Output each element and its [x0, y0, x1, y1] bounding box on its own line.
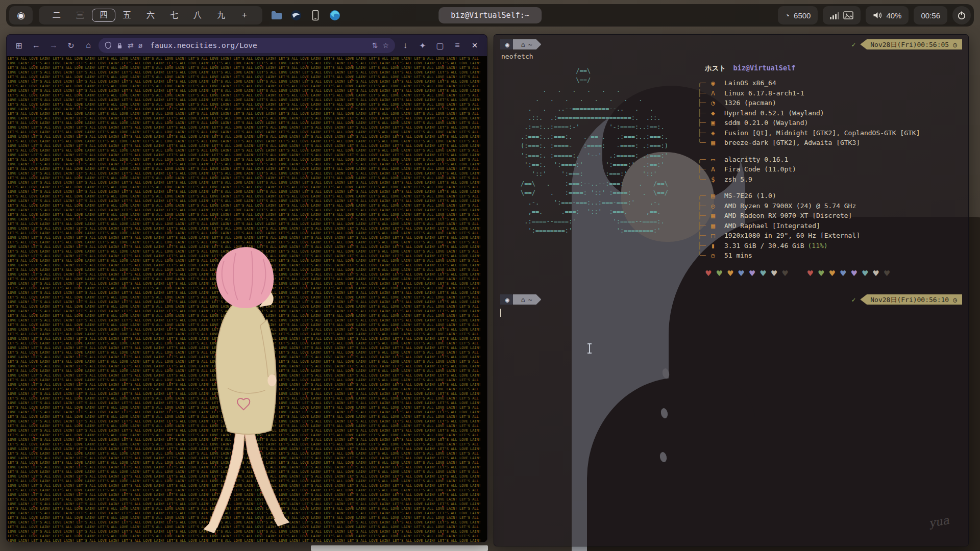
palette-swatch: ♥	[738, 269, 748, 278]
tree-branch: ├─	[698, 88, 711, 98]
timestamp-text: Nov28日(Fri)00:56:05	[870, 40, 949, 49]
fetch-info-group: ╭─▭alacritty 0.16.1├─AFira Code (11.0pt)…	[698, 155, 962, 185]
file-manager-icon[interactable]	[271, 9, 283, 21]
fetch-info-group: ╭─◉LainOS x86_64├─ΛLinux 6.17.8-arch1-1├…	[698, 78, 962, 148]
tree-branch: ╭─	[698, 155, 711, 164]
clock-icon: ◷	[953, 40, 957, 49]
prompt-path: ~	[528, 40, 532, 49]
workspace-button-7[interactable]: 八	[186, 9, 209, 22]
prompt-path-segment: ⌂ ~	[513, 39, 542, 49]
phone-icon[interactable]	[309, 9, 322, 21]
shield-icon[interactable]	[105, 41, 112, 49]
volume-indicator[interactable]: 40%	[866, 6, 909, 24]
workspace-button-6[interactable]: 七	[162, 9, 186, 22]
fetch-info-text: alacritty 0.16.1	[724, 155, 788, 164]
tree-branch: ├─	[698, 241, 711, 251]
palette-swatch: ♥	[829, 269, 840, 278]
downloads-button[interactable]: ↓	[398, 38, 412, 53]
thunderbird-icon[interactable]	[290, 9, 302, 21]
fetch-info-row: ╰─$zsh 5.9	[698, 174, 962, 185]
translate-icon[interactable]: ⇅	[372, 41, 378, 49]
memory-icon: ▮	[711, 241, 724, 251]
signal-icon	[830, 12, 839, 19]
fetch-info-row: ╭─▤MS-7E26 (1.0)	[698, 191, 962, 201]
sidebar-toggle-button[interactable]: ⊞	[12, 38, 26, 53]
lain-sprite-image	[185, 237, 307, 540]
palette-swatch: ♥	[781, 269, 792, 278]
browser-icon[interactable]	[329, 9, 341, 21]
bookmark-star-icon[interactable]: ☆	[382, 41, 389, 49]
fetch-info-row: ├─◈Fusion [Qt], Midnight [GTK2], Copland…	[698, 128, 962, 138]
network-tray[interactable]	[823, 6, 861, 24]
clock-indicator[interactable]: 00:56	[914, 6, 947, 24]
fetch-info-text: AMD Ryzen 9 7900X (24) @ 5.74 GHz	[724, 201, 856, 211]
url-bar[interactable]: ⇄ ø fauux.neocities.org/Love ⇅ ☆	[99, 38, 395, 53]
terminal-icon: ▭	[711, 155, 724, 164]
lain-logo-icon: ◉	[17, 10, 25, 21]
workspace-button-5[interactable]: 六	[139, 9, 162, 22]
tree-branch: ├─	[698, 98, 711, 108]
new-workspace-button[interactable]: +	[233, 9, 256, 22]
workspace-button-8[interactable]: 九	[209, 9, 233, 22]
fetch-info-text: AMD Raphael [Integrated]	[724, 221, 820, 231]
reload-button[interactable]: ↻	[64, 38, 78, 53]
palette-swatch: ♥	[862, 269, 872, 278]
forward-button[interactable]: →	[46, 38, 61, 53]
dm-icon: ▣	[711, 118, 724, 128]
power-button[interactable]	[952, 6, 971, 24]
browser-window[interactable]: ⊞ ← → ↻ ⌂ ⇄ ø fauux.neocities.org/Love ⇅…	[6, 34, 487, 542]
lain-eye-icon: ◉	[505, 295, 509, 305]
workspace-button-1[interactable]: 二	[45, 9, 68, 22]
ibeam-cursor	[586, 343, 593, 354]
tree-branch: ├─	[698, 164, 711, 174]
home-button[interactable]: ⌂	[81, 38, 95, 53]
back-button[interactable]: ←	[29, 38, 43, 53]
workspace-button-2[interactable]: 三	[68, 9, 92, 22]
close-button[interactable]: ×	[468, 38, 482, 53]
browser-viewport: LET'S ALL LOVE LAIN! LET'S ALL LOVE LAIN…	[7, 56, 487, 542]
fetch-info-row: ├─□980x551 in 29", 60 Hz [External]	[698, 231, 962, 241]
extensions-button[interactable]: ✦	[415, 38, 430, 53]
fetch-info-row: ╰─▦breeze-dark [GTK2], Adwaita [GTK3]	[698, 138, 962, 148]
menu-button[interactable]: ≡	[450, 38, 464, 53]
tree-branch: ╰─	[698, 138, 711, 147]
permissions-icon[interactable]: ⇄	[128, 41, 134, 49]
fetch-info-row: ├─◎AMD Ryzen 9 7900X (24) @ 5.74 GHz	[698, 201, 962, 211]
theme-icon: ◈	[711, 128, 724, 138]
kernel-icon: Λ	[711, 88, 724, 98]
lock-icon[interactable]	[116, 42, 123, 49]
fetch-info-text: MS-7E26 (1.0)	[724, 191, 776, 201]
url-text[interactable]: fauux.neocities.org/Love	[150, 41, 367, 49]
fetch-info-row: ├─▦AMD Radeon RX 9070 XT [Discrete]	[698, 211, 962, 221]
status-check-icon: ✓	[851, 40, 855, 49]
clock-text: 00:56	[921, 11, 940, 20]
tree-branch: ╰─	[698, 174, 711, 184]
active-window-title[interactable]: biz@VirtualSelf:~	[438, 7, 542, 23]
launcher-button[interactable]: ◉	[9, 6, 33, 24]
shell-icon: $	[711, 174, 724, 184]
prompt-path: ~	[528, 295, 532, 305]
lain-eye-icon: ◉	[505, 40, 509, 49]
fetch-info-text: sddm 0.21.0 (Wayland)	[724, 118, 808, 128]
host-line: ホストbiz@VirtualSelf	[705, 63, 962, 73]
updates-count: 6500	[794, 11, 811, 20]
terminal-window[interactable]: ◉ ⌂ ~ ✓ Nov28日(Fri)00:56:05 ◷ neofetch /…	[494, 34, 969, 546]
fetch-info-text: AMD Radeon RX 9070 XT [Discrete]	[724, 211, 852, 220]
gpu-discrete-icon: ▦	[711, 211, 724, 220]
palette-group: ♥♥♥♥♥♥♥♥	[807, 269, 895, 278]
browser-toolbar: ⊞ ← → ↻ ⌂ ⇄ ø fauux.neocities.org/Love ⇅…	[7, 35, 487, 56]
terminal-input-line[interactable]	[500, 307, 962, 318]
fetch-info-text: zsh 5.9	[724, 174, 752, 184]
updates-indicator[interactable]: ◔ 6500	[778, 6, 818, 24]
fullscreen-button[interactable]: ▢	[433, 38, 447, 53]
workspace-button-4[interactable]: 五	[115, 9, 139, 22]
workspace-button-3[interactable]: 四	[92, 9, 115, 22]
palette-swatch: ♥	[705, 269, 716, 278]
tracking-off-icon[interactable]: ø	[138, 41, 143, 49]
fetch-info-groups: ╭─◉LainOS x86_64├─ΛLinux 6.17.8-arch1-1├…	[698, 78, 962, 261]
board-icon: ▤	[711, 191, 724, 201]
clock-icon: ◷	[953, 295, 957, 305]
fetch-info-group: ╭─▤MS-7E26 (1.0)├─◎AMD Ryzen 9 7900X (24…	[698, 191, 962, 261]
fetch-info-row: ├─◆Hyprland 0.52.1 (Wayland)	[698, 108, 962, 118]
status-check-icon: ✓	[851, 295, 855, 305]
